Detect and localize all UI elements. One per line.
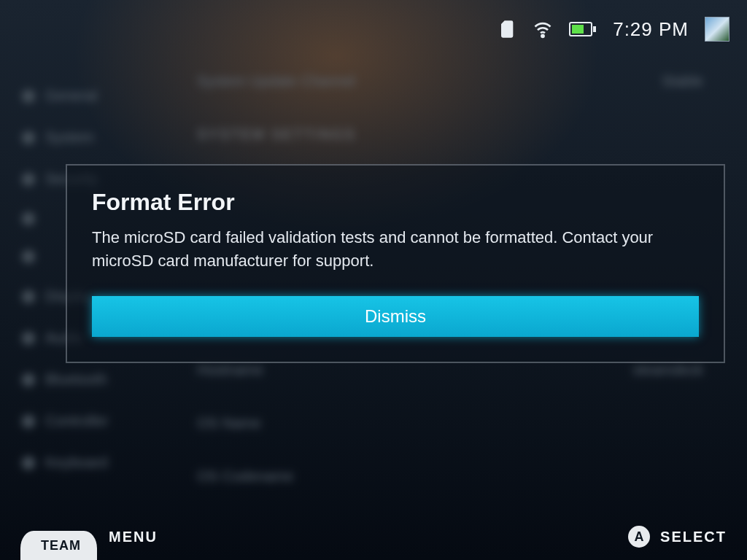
- dialog-title: Format Error: [92, 189, 699, 216]
- avatar[interactable]: [705, 17, 729, 42]
- battery-icon: [569, 20, 597, 38]
- select-hint: SELECT: [660, 529, 727, 545]
- menu-label: MENU: [109, 529, 158, 545]
- format-error-dialog: Format Error The microSD card failed val…: [66, 164, 725, 363]
- steam-button[interactable]: TEAM: [20, 531, 97, 561]
- clock: 7:29 PM: [613, 18, 689, 41]
- svg-point-0: [542, 35, 544, 37]
- footer-bar: TEAM MENU A SELECT: [0, 513, 747, 560]
- dismiss-button[interactable]: Dismiss: [92, 296, 699, 337]
- svg-rect-2: [593, 26, 596, 32]
- dialog-body: The microSD card failed validation tests…: [92, 226, 690, 273]
- svg-rect-3: [572, 25, 584, 34]
- wifi-icon: [533, 19, 553, 39]
- status-bar: 7:29 PM: [0, 0, 747, 58]
- a-button-icon: A: [628, 526, 650, 548]
- sdcard-icon: [496, 19, 516, 39]
